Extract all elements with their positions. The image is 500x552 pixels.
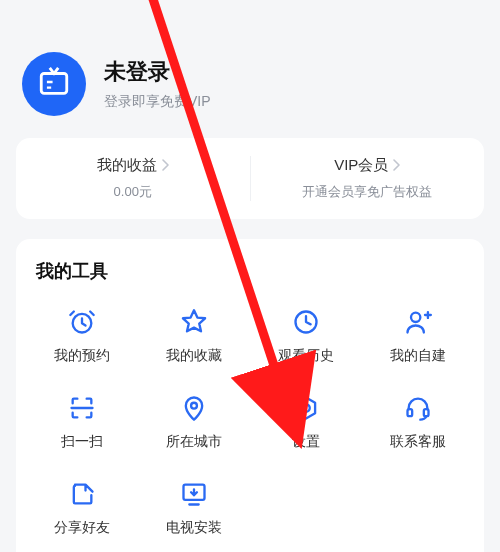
svg-point-4 [191,403,197,409]
clock-icon [291,307,321,337]
login-status: 未登录 [104,57,211,87]
user-plus-icon [403,307,433,337]
svg-rect-0 [41,74,67,94]
my-earnings[interactable]: 我的收益 0.00元 [16,156,250,201]
tool-scan[interactable]: 扫一扫 [26,393,138,451]
login-subtitle: 登录即享免费VIP [104,93,211,111]
tool-label: 联系客服 [390,433,446,451]
tool-label: 设置 [292,433,320,451]
tool-label: 电视安装 [166,519,222,537]
tools-section: 我的工具 我的预约 我的收藏 观看历史 我的自建 扫一扫 [16,239,484,552]
profile-login[interactable]: 未登录 登录即享免费VIP [16,12,484,138]
tool-label: 分享好友 [54,519,110,537]
svg-point-5 [302,404,309,411]
tool-label: 我的自建 [390,347,446,365]
tool-settings[interactable]: 设置 [250,393,362,451]
avatar [22,52,86,116]
chevron-right-icon [392,157,400,174]
tool-my-appointments[interactable]: 我的预约 [26,307,138,365]
download-tv-icon [179,479,209,509]
alarm-clock-icon [67,307,97,337]
tool-label: 扫一扫 [61,433,103,451]
tool-watch-history[interactable]: 观看历史 [250,307,362,365]
benefits-card: 我的收益 0.00元 VIP会员 开通会员享免广告权益 [16,138,484,219]
tool-contact-support[interactable]: 联系客服 [362,393,474,451]
earnings-value: 0.00元 [114,183,152,201]
tools-title: 我的工具 [26,259,474,293]
tool-my-favorites[interactable]: 我的收藏 [138,307,250,365]
settings-icon [291,393,321,423]
tool-label: 我的预约 [54,347,110,365]
svg-rect-6 [408,409,413,416]
tool-city[interactable]: 所在城市 [138,393,250,451]
vip-membership[interactable]: VIP会员 开通会员享免广告权益 [250,156,485,201]
location-pin-icon [179,393,209,423]
tool-label: 所在城市 [166,433,222,451]
tool-tv-install[interactable]: 电视安装 [138,479,250,537]
earnings-label: 我的收益 [97,156,157,175]
tool-my-created[interactable]: 我的自建 [362,307,474,365]
tool-label: 我的收藏 [166,347,222,365]
chevron-right-icon [161,157,169,174]
headset-icon [403,393,433,423]
svg-point-3 [411,313,420,322]
scan-icon [67,393,97,423]
vip-label: VIP会员 [334,156,388,175]
vip-subtitle: 开通会员享免广告权益 [302,183,432,201]
tv-icon [37,65,71,103]
share-icon [67,479,97,509]
star-icon [179,307,209,337]
tool-label: 观看历史 [278,347,334,365]
tool-share[interactable]: 分享好友 [26,479,138,537]
